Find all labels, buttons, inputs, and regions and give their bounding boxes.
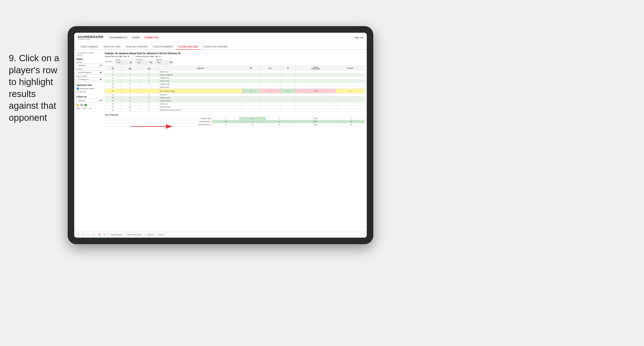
division-label: Division (76, 68, 102, 70)
col-opponent: Opponent (159, 66, 242, 70)
col-tie: Tie (280, 66, 296, 70)
table-row[interactable]: NCAA Division 2 5 0 0 7.400 10 (105, 123, 364, 126)
conference-filter-select[interactable]: (All) (135, 61, 153, 64)
region-filter-label: Region (115, 59, 133, 60)
radio-top-100[interactable]: Top 100 (76, 90, 102, 93)
table-row[interactable]: 14 7 4 Eunice Yi (105, 93, 364, 96)
legend-up-dot (84, 104, 87, 106)
region-filter-group: Region (All) (115, 59, 133, 64)
out-of-division-table: Foreign Team 1 0 0 4.500 2 NAIA Division… (105, 117, 364, 126)
table-row[interactable]: 18 2 2 Euna Lee (105, 102, 364, 106)
division-select[interactable]: NCAA Division III (76, 71, 102, 74)
legend-labels: Down Level Up (76, 108, 102, 109)
col-reg: #Reg (121, 66, 139, 70)
legend-down-dot (76, 104, 79, 106)
table-row[interactable]: 10 6 3 Andrea York (105, 83, 364, 86)
table-row[interactable]: 13 1 Heejo Hyun (105, 86, 364, 89)
opponent-filter-group: Opponent (All) (156, 59, 173, 64)
instruction-text: 9. Click on a player's row to highlight … (9, 52, 66, 124)
col-rounds: Rounds (336, 66, 364, 70)
forward-button[interactable]: → (86, 233, 90, 236)
table-row[interactable]: NAIA Division 1 15 0 0 9.267 30 (105, 120, 364, 123)
sign-out-link[interactable]: Sign out (354, 36, 363, 39)
table-row[interactable]: 16 9 1 Jessica Mason (105, 99, 364, 102)
sidebar: Last Updated: 27/03/2024 16:55:38 Player… (76, 52, 102, 229)
colour-by-section: Colour by Win/loss Down Level Up (76, 96, 102, 109)
records-row: Overall Record: 353 - 34 - 6 Division Re… (105, 55, 364, 58)
col-win: Win (242, 66, 260, 70)
undo-button[interactable]: ↶ (76, 233, 80, 236)
legend-level-dot (80, 104, 83, 106)
col-div: #Div (105, 66, 121, 70)
refresh-button[interactable]: ↻ (103, 233, 106, 236)
nav-separator: | (352, 35, 354, 39)
gender-select[interactable]: Women's (76, 64, 102, 67)
watch-button[interactable]: Watch ▾ (146, 233, 154, 236)
nav-teams[interactable]: TEAMS (132, 35, 140, 40)
logo-area: SCOREBOARD Powered by clippd (78, 35, 104, 40)
redo-button[interactable]: ↷ (82, 233, 85, 236)
nav-links: TOURNAMENTS TEAMS COMMITTEE (109, 35, 352, 40)
top-nav: SCOREBOARD Powered by clippd TOURNAMENTS… (74, 33, 367, 42)
main-content: Last Updated: 27/03/2024 16:55:38 Player… (74, 50, 367, 231)
tablet-screen: SCOREBOARD Powered by clippd TOURNAMENTS… (74, 33, 367, 238)
gender-label: Gender (76, 61, 102, 63)
col-diff: Diff AvStrokes/Rnd (296, 66, 336, 70)
player-rank-select[interactable]: 8. Katelyn Vo (76, 78, 102, 81)
radio-opponents-played[interactable]: Opponents Played (76, 87, 102, 90)
col-loss: Loss (260, 66, 280, 70)
legend (76, 104, 102, 106)
table-row[interactable]: 6 1 3 Sydney Kuo (105, 77, 364, 80)
table-row[interactable]: 19 10 6 Emily Chang (105, 106, 364, 109)
out-of-division: Out of division Foreign Team 1 0 0 4.500… (105, 114, 364, 126)
tab-player-h2h-grid[interactable]: PLAYER H2H GRID (176, 44, 200, 50)
toolbar-divider-3 (144, 233, 145, 237)
table-row[interactable]: 15 8 5 Stella Cheng (105, 96, 364, 99)
tab-team-h2h-heatmap[interactable]: TEAM H2H HEATMAP (123, 44, 150, 50)
tab-team-h2h-grid[interactable]: TEAM H2H GRID (101, 44, 123, 50)
legend-up-label: Up (89, 108, 91, 109)
nav-committee[interactable]: COMMITTEE (144, 35, 159, 40)
opponent-view: Opponent view Opponents Played Top 100 (76, 84, 102, 93)
table-row[interactable]: 20 11 7 Federica Domecq Lacroze (105, 109, 364, 112)
last-updated: Last Updated: 27/03/2024 16:55:38 (76, 52, 102, 56)
filters-row: Opponents: Region (All) Conference (All) (105, 59, 364, 64)
grid-title: Katelyn Vo Head-to-Head Grid for Women's… (105, 52, 364, 55)
division-record: Division Record: 331 - 34 - 6 (136, 55, 160, 58)
tab-player-h2h-heatmap[interactable]: PLAYER H2H HEATMAP (200, 44, 230, 50)
save-custom-view-button[interactable]: Save Custom View (126, 233, 142, 236)
player-rank-label: Player (Rank) (76, 75, 102, 77)
grid-content: Katelyn Vo Head-to-Head Grid for Women's… (105, 52, 364, 229)
colour-by-select[interactable]: Win/loss (76, 99, 102, 102)
tab-player-summary[interactable]: PLAYER SUMMARY (150, 44, 176, 50)
legend-down-label: Down (76, 108, 80, 109)
opponent-view-title: Opponent view (76, 84, 102, 86)
view-original-button[interactable]: View: Original (110, 233, 122, 236)
tab-team-summary[interactable]: TEAM SUMMARY (78, 44, 101, 50)
col-conf: #Conf (139, 66, 159, 70)
toolbar-divider (108, 233, 108, 237)
share-button[interactable]: Share (158, 233, 164, 236)
opponents-label: Opponents: (105, 61, 113, 62)
region-filter-select[interactable]: (All) (115, 61, 133, 64)
overall-record: Overall Record: 353 - 34 - 6 (105, 55, 129, 58)
logo-sub: Powered by clippd (78, 38, 104, 40)
colour-by-title: Colour by (76, 96, 102, 98)
opponent-filter-select[interactable]: (All) (156, 61, 173, 64)
table-row[interactable]: 3 1 Esther Lee (105, 70, 364, 73)
table-row-highlighted[interactable]: 13 1 ► Jessica Huang 0 1 0 -3.00 2 (105, 89, 364, 93)
table-row[interactable]: 9 1 4 Sharon Mun (105, 80, 364, 83)
table-row[interactable]: Foreign Team 1 0 0 4.500 2 (105, 117, 364, 120)
out-of-division-title: Out of division (105, 114, 364, 116)
legend-level-label: Level (82, 108, 86, 109)
sub-nav: TEAM SUMMARY TEAM H2H GRID TEAM H2H HEAT… (74, 42, 367, 50)
paste-button[interactable]: 📌 (97, 233, 101, 236)
conference-filter-group: Conference (All) (135, 59, 153, 64)
copy-button[interactable]: 📋 (92, 233, 96, 236)
tablet-shell: SCOREBOARD Powered by clippd TOURNAMENTS… (68, 26, 373, 244)
table-row[interactable]: 5 2 2 Alexis Sudjianto (105, 73, 364, 77)
logo-text: SCOREBOARD (78, 35, 104, 38)
toolbar-divider-4 (156, 233, 156, 237)
nav-tournaments[interactable]: TOURNAMENTS (109, 35, 127, 40)
toolbar-divider-2 (124, 233, 124, 237)
